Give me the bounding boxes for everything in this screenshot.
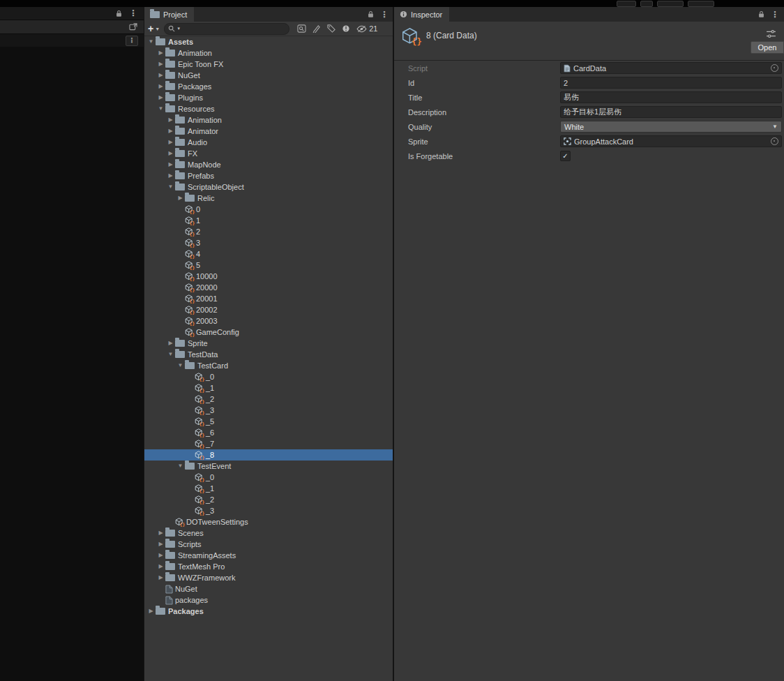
create-asset-button[interactable]: + ▼	[148, 24, 160, 33]
tree-item[interactable]: ▶FX	[144, 148, 393, 159]
foldout-open-icon[interactable]: ▼	[176, 363, 185, 368]
tree-item[interactable]: {}_7	[144, 438, 393, 449]
foldout-open-icon[interactable]: ▼	[156, 106, 165, 112]
tab-project[interactable]: Project	[144, 7, 194, 22]
foldout-closed-icon[interactable]: ▶	[156, 553, 165, 558]
foldout-closed-icon[interactable]: ▶	[166, 117, 175, 123]
tree-item[interactable]: {}20003	[144, 315, 393, 327]
search-by-type-icon[interactable]	[312, 24, 321, 33]
title-input[interactable]: 易伤	[560, 91, 782, 103]
tree-item[interactable]: {}DOTweenSettings	[144, 516, 393, 527]
tree-item[interactable]: ▶Plugins	[144, 92, 393, 103]
tree-item[interactable]: {}_0	[144, 371, 393, 382]
tree-item[interactable]: {}_3	[144, 405, 393, 416]
foldout-closed-icon[interactable]: ▶	[176, 195, 185, 201]
tree-item[interactable]: {}20001	[144, 293, 393, 304]
foldout-closed-icon[interactable]: ▶	[156, 95, 165, 100]
titlebar-button[interactable]	[640, 1, 653, 7]
tree-item[interactable]: ▼TestData	[144, 349, 393, 360]
tree-item[interactable]: ▶Packages	[144, 606, 393, 617]
search-by-label-icon[interactable]	[327, 24, 336, 33]
foldout-open-icon[interactable]: ▼	[146, 39, 156, 45]
search-input[interactable]: ▼	[164, 23, 289, 35]
object-picker-icon[interactable]	[771, 64, 778, 72]
tree-item[interactable]: {}_6	[144, 427, 393, 438]
foldout-closed-icon[interactable]: ▶	[166, 340, 175, 346]
tree-item[interactable]: {}3	[144, 237, 393, 248]
foldout-closed-icon[interactable]: ▶	[156, 530, 165, 536]
tree-item[interactable]: ▶NuGet	[144, 70, 393, 81]
tree-item[interactable]: {}GameConfig	[144, 327, 393, 338]
foldout-closed-icon[interactable]: ▶	[156, 575, 165, 581]
object-picker-icon[interactable]	[771, 137, 778, 145]
titlebar-button[interactable]	[657, 1, 684, 7]
description-input[interactable]: 给予目标1层易伤	[560, 106, 782, 118]
tree-item[interactable]: {}20002	[144, 304, 393, 315]
sprite-object-field[interactable]: GroupAttackCard	[560, 135, 782, 147]
tree-item[interactable]: packages	[144, 594, 393, 606]
tree-item[interactable]: ▶StreamingAssets	[144, 550, 393, 561]
tab-inspector[interactable]: Inspector	[394, 7, 449, 22]
foldout-closed-icon[interactable]: ▶	[166, 173, 175, 179]
foldout-closed-icon[interactable]: ▶	[156, 50, 165, 56]
script-object-field[interactable]: CardData	[560, 62, 782, 74]
foldout-closed-icon[interactable]: ▶	[166, 128, 175, 134]
foldout-closed-icon[interactable]: ▶	[166, 162, 175, 167]
foldout-closed-icon[interactable]: ▶	[156, 541, 165, 547]
tree-item[interactable]: ▼ScriptableObject	[144, 181, 393, 193]
is-forgetable-checkbox[interactable]: ✓	[560, 151, 571, 161]
tree-item[interactable]: {}2	[144, 226, 393, 237]
tree-item[interactable]: ▼Resources	[144, 103, 393, 114]
tree-item[interactable]: ▶Scenes	[144, 527, 393, 539]
foldout-closed-icon[interactable]: ▶	[166, 140, 175, 145]
kebab-menu-icon[interactable]: ⋮	[129, 9, 137, 17]
tree-item[interactable]: ▶Scripts	[144, 539, 393, 550]
tree-item[interactable]: ▼Assets	[144, 36, 393, 47]
tree-item[interactable]: ▼TestCard	[144, 360, 393, 371]
tree-item[interactable]: ▶WWZFramework	[144, 572, 393, 583]
tree-item[interactable]: ▶Sprite	[144, 338, 393, 349]
kebab-menu-icon[interactable]: ⋮	[771, 10, 779, 19]
tree-item[interactable]: {}_1	[144, 483, 393, 494]
kebab-menu-icon[interactable]: ⋮	[380, 10, 389, 19]
tree-item[interactable]: {}5	[144, 260, 393, 271]
tree-item[interactable]: {}_0	[144, 472, 393, 483]
save-search-icon[interactable]	[342, 24, 350, 33]
quality-dropdown[interactable]: White▼	[560, 121, 782, 133]
tree-item[interactable]: ▶Animation	[144, 47, 393, 59]
tree-item[interactable]: {}_2	[144, 394, 393, 405]
id-input[interactable]: 2	[560, 77, 782, 89]
lock-icon[interactable]	[368, 10, 374, 18]
foldout-closed-icon[interactable]: ▶	[146, 608, 156, 614]
tree-item[interactable]: {}_2	[144, 494, 393, 505]
foldout-closed-icon[interactable]: ▶	[156, 61, 165, 67]
tree-item[interactable]: {}0	[144, 204, 393, 215]
tree-item[interactable]: ▶Prefabs	[144, 170, 393, 181]
tree-item[interactable]: {}_8	[144, 449, 393, 461]
open-in-search-icon[interactable]	[297, 24, 306, 33]
tree-item[interactable]: ▶Epic Toon FX	[144, 59, 393, 70]
tree-item[interactable]: ▶Audio	[144, 137, 393, 148]
titlebar-button[interactable]	[617, 1, 636, 7]
foldout-open-icon[interactable]: ▼	[166, 184, 175, 190]
foldout-open-icon[interactable]: ▼	[166, 352, 175, 357]
popout-icon[interactable]	[129, 23, 137, 31]
tree-item[interactable]: ▶Animation	[144, 114, 393, 126]
foldout-closed-icon[interactable]: ▶	[156, 564, 165, 569]
lock-icon[interactable]	[758, 10, 764, 18]
open-button[interactable]: Open	[751, 41, 784, 54]
tree-item[interactable]: {}1	[144, 215, 393, 226]
tree-item[interactable]: {}20000	[144, 282, 393, 293]
tree-item[interactable]: ▶TextMesh Pro	[144, 561, 393, 572]
kebab-menu-icon[interactable]: ⋮	[126, 36, 138, 46]
tree-item[interactable]: ▼TestEvent	[144, 461, 393, 472]
tree-item[interactable]: {}4	[144, 248, 393, 260]
lock-icon[interactable]	[116, 10, 122, 17]
titlebar-button[interactable]	[688, 1, 714, 7]
foldout-closed-icon[interactable]: ▶	[156, 84, 165, 89]
tree-item[interactable]: ▶Packages	[144, 81, 393, 92]
foldout-open-icon[interactable]: ▼	[176, 463, 185, 469]
tree-item[interactable]: ▶Animator	[144, 126, 393, 137]
tree-item[interactable]: {}10000	[144, 271, 393, 282]
tree-item[interactable]: {}_5	[144, 416, 393, 427]
